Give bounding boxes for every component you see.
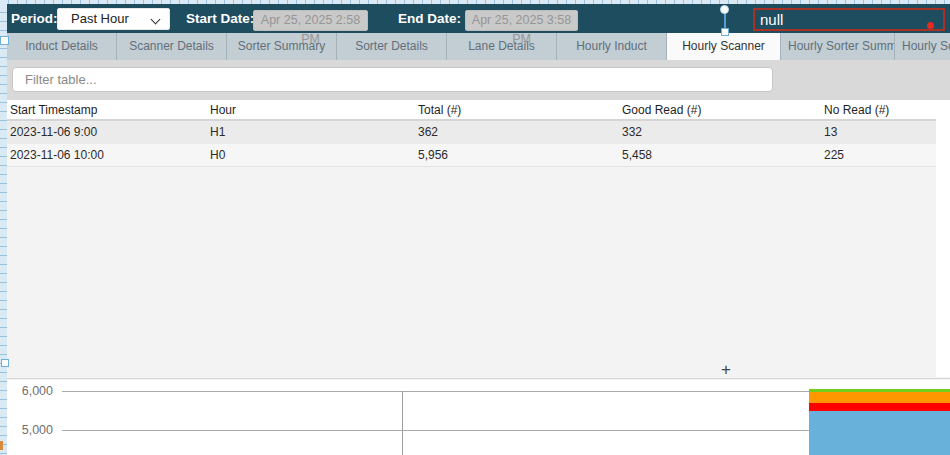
tab-lane-details[interactable]: Lane Details xyxy=(447,33,557,60)
table-row[interactable]: 2023-11-06 10:00 H0 5,956 5,458 225 xyxy=(7,144,950,167)
null-value-text: null xyxy=(760,11,783,28)
selection-handle-left-top[interactable] xyxy=(0,36,9,45)
table-scrollbar[interactable] xyxy=(936,100,950,377)
cell-total: 362 xyxy=(418,121,622,144)
tab-sorter-summary[interactable]: Sorter Summary xyxy=(227,33,337,60)
bar-segment-orange xyxy=(809,392,950,403)
end-date-label: End Date: xyxy=(398,4,461,33)
red-dot-icon xyxy=(927,22,934,29)
cell-no-read: 13 xyxy=(824,121,950,144)
bar-segment-no-read xyxy=(809,403,950,411)
designer-canvas: Period: Past Hour Start Date: Apr 25, 20… xyxy=(0,0,950,455)
bar-segment-good-read xyxy=(809,411,950,455)
column-header-good-read[interactable]: Good Read (#) xyxy=(622,100,824,121)
tab-induct-details[interactable]: Induct Details xyxy=(7,33,117,60)
cell-good-read: 5,458 xyxy=(622,144,824,167)
cell-total: 5,956 xyxy=(418,144,622,167)
start-date-label: Start Date: xyxy=(186,4,254,33)
selection-anchor-circle[interactable] xyxy=(720,5,729,14)
table-row[interactable]: 2023-11-06 9:00 H1 362 332 13 xyxy=(7,121,950,144)
null-value-component[interactable]: null xyxy=(753,8,945,31)
tab-hourly-sorter-details[interactable]: Hourly Sort xyxy=(895,33,950,60)
period-dropdown-value: Past Hour xyxy=(71,11,129,26)
tab-sorter-details[interactable]: Sorter Details xyxy=(337,33,447,60)
toolbar: Period: Past Hour Start Date: Apr 25, 20… xyxy=(7,4,950,33)
tab-scanner-details[interactable]: Scanner Details xyxy=(117,33,227,60)
cell-start-timestamp: 2023-11-06 9:00 xyxy=(10,121,210,144)
category-divider-line xyxy=(402,391,403,455)
hourly-scanner-table: Start Timestamp Hour Total (#) Good Read… xyxy=(7,100,950,377)
period-dropdown[interactable]: Past Hour xyxy=(57,8,170,30)
selection-handle[interactable] xyxy=(721,28,729,36)
y-axis-tick-6000: 6,000 xyxy=(7,384,53,398)
tab-hourly-sorter-summary[interactable]: Hourly Sorter Summar xyxy=(781,33,895,60)
cell-start-timestamp: 2023-11-06 10:00 xyxy=(10,144,210,167)
cell-hour: H1 xyxy=(210,121,418,144)
start-date-field[interactable]: Apr 25, 2025 2:58 PM xyxy=(253,10,368,31)
filter-band xyxy=(7,60,950,100)
tab-hourly-induct[interactable]: Hourly Induct xyxy=(557,33,667,60)
column-header-total[interactable]: Total (#) xyxy=(418,100,622,121)
period-label: Period: xyxy=(11,4,58,33)
cell-no-read: 225 xyxy=(824,144,950,167)
selection-handle-left-bottom[interactable] xyxy=(1,359,9,367)
hourly-scanner-chart: 6,000 5,000 xyxy=(7,380,950,455)
cell-good-read: 332 xyxy=(622,121,824,144)
end-date-field[interactable]: Apr 25, 2025 3:58 PM xyxy=(465,10,578,31)
column-header-no-read[interactable]: No Read (#) xyxy=(824,100,950,121)
filter-table-input[interactable] xyxy=(12,67,773,92)
table-header-row: Start Timestamp Hour Total (#) Good Read… xyxy=(7,100,950,121)
y-axis-tick-5000: 5,000 xyxy=(7,423,53,437)
panel-divider xyxy=(7,378,950,379)
ruler-marker xyxy=(0,441,3,450)
tab-bar: Induct Details Scanner Details Sorter Su… xyxy=(7,33,950,60)
plus-icon[interactable]: + xyxy=(716,360,736,380)
chevron-down-icon xyxy=(152,16,160,24)
left-ruler xyxy=(0,4,7,455)
column-header-start-timestamp[interactable]: Start Timestamp xyxy=(10,100,210,121)
column-header-hour[interactable]: Hour xyxy=(210,100,418,121)
tab-hourly-scanner[interactable]: Hourly Scanner xyxy=(667,33,781,60)
cell-hour: H0 xyxy=(210,144,418,167)
